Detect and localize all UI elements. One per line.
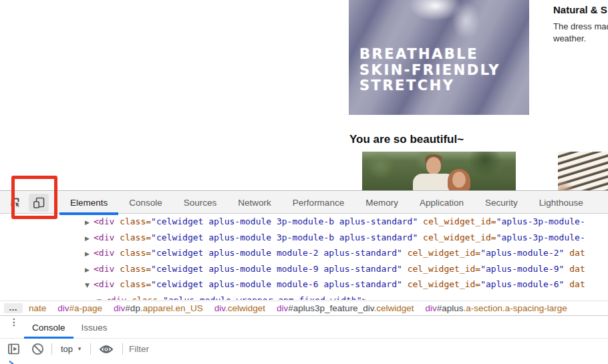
breadcrumb-part: .a-section.a-spacing-large xyxy=(464,303,567,313)
eye-icon[interactable] xyxy=(99,344,114,355)
code-token xyxy=(114,264,120,274)
device-toolbar-icon[interactable] xyxy=(29,194,49,212)
breadcrumb-part: div xyxy=(57,303,69,313)
kebab-menu-icon[interactable]: ⋮ xyxy=(9,320,19,325)
context-selector[interactable]: top xyxy=(61,344,73,354)
toolbar-divider xyxy=(55,196,55,208)
feature-body-line1: The dress mad xyxy=(553,21,608,31)
breadcrumb-overflow-button[interactable]: … xyxy=(4,303,23,313)
devtools-tab-elements[interactable]: Elements xyxy=(59,192,118,214)
code-token: <div xyxy=(94,232,114,242)
code-token: "aplus-module-9" xyxy=(480,264,564,274)
photo-figure xyxy=(452,172,466,188)
product-banner-image: BREATHABLE SKIN-FRIENDLY STRETCHY xyxy=(349,0,529,115)
code-token xyxy=(114,232,120,242)
feature-heading: Natural & S xyxy=(553,4,608,15)
breadcrumb-item[interactable]: div#aplus.a-section.a-spacing-large xyxy=(425,303,567,313)
breadcrumb-items: natediv#a-pagediv#dp.apparel.en_USdiv.ce… xyxy=(23,303,567,313)
code-token: "aplus-module-6" xyxy=(480,279,564,289)
lifestyle-couple-photo xyxy=(362,152,516,191)
code-token xyxy=(114,216,120,226)
collapse-arrow-icon[interactable]: ▼ xyxy=(85,279,94,293)
code-token: "celwidget aplus-module module-6 aplus-s… xyxy=(151,279,402,289)
code-token: cel_widget_id= xyxy=(408,248,481,258)
breadcrumb-part: .celwidget xyxy=(373,303,414,313)
show-console-sidebar-icon[interactable] xyxy=(7,343,20,355)
toolbar-divider xyxy=(90,343,91,355)
breadcrumb-part: .celwidget xyxy=(225,303,265,313)
console-drawer: ⋮ ConsoleIssues xyxy=(0,315,608,364)
code-token: <div xyxy=(94,264,114,274)
devtools-tab-sources[interactable]: Sources xyxy=(173,192,228,214)
toolbar-divider xyxy=(51,343,52,355)
dom-tree-node[interactable]: ▶<div class="celwidget aplus-module 3p-m… xyxy=(0,214,608,230)
breadcrumb-item[interactable]: div.celwidget xyxy=(214,303,265,313)
code-token: class= xyxy=(120,232,151,242)
feature-body-line2: weather. xyxy=(553,33,586,43)
banner-line: STRETCHY xyxy=(359,78,500,94)
devtools-tab-lighthouse[interactable]: Lighthouse xyxy=(528,192,594,214)
code-token: dat xyxy=(569,248,585,258)
code-token xyxy=(418,232,423,242)
toolbar-divider xyxy=(122,343,123,355)
devtools-tab-security[interactable]: Security xyxy=(474,192,528,214)
expand-arrow-icon[interactable]: ▶ xyxy=(85,263,94,278)
elements-tree: ▶<div class="celwidget aplus-module 3p-m… xyxy=(0,214,608,300)
code-token xyxy=(402,248,408,258)
expand-arrow-icon[interactable]: ▶ xyxy=(85,232,94,246)
expand-arrow-icon[interactable]: ▶ xyxy=(85,216,94,230)
code-token: "celwidget aplus-module 3p-module-b aplu… xyxy=(151,232,418,242)
breadcrumb-part: div xyxy=(114,303,125,313)
screenshot-root: BREATHABLE SKIN-FRIENDLY STRETCHY Natura… xyxy=(0,0,608,364)
breadcrumb-item[interactable]: div#a-page xyxy=(57,303,102,313)
dom-tree-node[interactable]: ▶<div class="celwidget aplus-module modu… xyxy=(0,246,608,262)
drawer-tabbar: ⋮ ConsoleIssues xyxy=(0,316,608,339)
photo-figure xyxy=(426,157,441,174)
breadcrumb-item[interactable]: div#aplus3p_feature_div.celwidget xyxy=(277,303,414,313)
breadcrumb-item[interactable]: nate xyxy=(29,303,46,313)
code-token xyxy=(126,295,132,300)
devtools-tab-performance[interactable]: Performance xyxy=(282,192,355,214)
code-token: <div xyxy=(106,295,126,300)
drawer-tab-issues[interactable]: Issues xyxy=(73,316,116,339)
code-token: <div xyxy=(94,248,114,258)
devtools-panel: ElementsConsoleSourcesNetworkPerformance… xyxy=(0,190,608,364)
banner-line: BREATHABLE xyxy=(359,47,500,63)
drawer-tab-strip: ConsoleIssues xyxy=(24,316,116,339)
dom-tree-node[interactable]: ▼<div class="aplus-module-wrapper apm-fi… xyxy=(0,293,608,300)
devtools-tab-network[interactable]: Network xyxy=(227,192,282,214)
chevron-down-icon[interactable]: ▼ xyxy=(77,346,82,352)
devtools-tabbar: ElementsConsoleSourcesNetworkPerformance… xyxy=(0,192,608,214)
expand-arrow-icon[interactable]: ▶ xyxy=(85,247,94,262)
code-token: cel_widget_id= xyxy=(408,264,481,274)
dom-tree-node[interactable]: ▶<div class="celwidget aplus-module modu… xyxy=(0,262,608,278)
banner-line: SKIN-FRIENDLY xyxy=(359,63,500,79)
breadcrumb-item[interactable]: div#dp.apparel.en_US xyxy=(114,303,203,313)
blinds-photo xyxy=(558,152,608,191)
code-token xyxy=(402,279,408,289)
code-token: "aplus-3p-module- xyxy=(496,216,585,226)
code-token: cel_widget_id= xyxy=(408,279,481,289)
code-token: cel_widget_id= xyxy=(423,216,496,226)
code-token: "celwidget aplus-module 3p-module-b aplu… xyxy=(151,216,418,226)
code-token: <div xyxy=(94,279,114,289)
inspect-element-icon[interactable] xyxy=(7,194,24,211)
console-toolbar: top ▼ xyxy=(0,339,608,359)
drawer-tab-console[interactable]: Console xyxy=(24,316,73,339)
dom-tree-node[interactable]: ▶<div class="celwidget aplus-module 3p-m… xyxy=(0,230,608,246)
filter-input[interactable] xyxy=(129,341,608,357)
feature-text-block: Natural & S The dress mad weather. xyxy=(553,4,608,45)
console-prompt-chevron-icon[interactable] xyxy=(8,360,15,364)
clear-console-icon[interactable] xyxy=(31,343,44,355)
code-token: dat xyxy=(569,279,585,289)
devtools-tab-memory[interactable]: Memory xyxy=(355,192,409,214)
banner-slogan: BREATHABLE SKIN-FRIENDLY STRETCHY xyxy=(359,47,500,94)
breadcrumb-part: #aplus xyxy=(437,303,464,313)
devtools-tab-console[interactable]: Console xyxy=(118,192,173,214)
breadcrumb-part: div xyxy=(277,303,288,313)
code-token: "celwidget aplus-module module-2 aplus-s… xyxy=(151,248,402,258)
code-token xyxy=(418,216,423,226)
collapse-arrow-icon[interactable]: ▼ xyxy=(97,295,106,300)
dom-tree-node[interactable]: ▼<div class="celwidget aplus-module modu… xyxy=(0,277,608,293)
devtools-tab-application[interactable]: Application xyxy=(409,192,474,214)
